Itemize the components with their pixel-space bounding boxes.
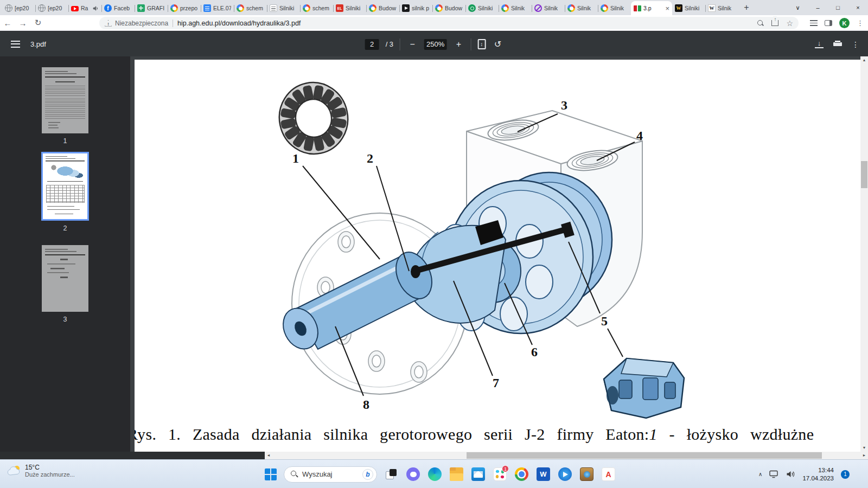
tab-silniki-el[interactable]: EL Silniki [333,1,366,15]
browser-menu-icon[interactable]: ⋮ [857,19,864,27]
thumbnail-page-1[interactable] [42,67,88,133]
taskbar-app-mail[interactable] [471,467,486,481]
taskbar-app-blueapp[interactable] [558,467,572,481]
taskbar-app-explorer[interactable] [449,467,464,481]
tab-silniki-w[interactable]: W Silniki [672,1,705,15]
profile-avatar[interactable]: K [839,18,850,28]
tab-ele07[interactable]: ELE.07 [201,1,234,15]
cloudy-weather-icon [7,464,22,477]
vertical-scrollbar[interactable]: ▲ ▼ [860,56,868,452]
thumbnail-page-number: 1 [63,137,67,145]
new-tab-button[interactable]: + [739,1,754,15]
fit-to-page-icon[interactable]: ↕ [477,39,486,49]
thumbnail-page-3[interactable] [42,245,88,312]
start-button[interactable] [265,468,277,480]
redsq-favicon: EL [336,4,343,12]
maximize-button[interactable]: □ [828,0,848,15]
reload-icon[interactable]: ↻ [30,18,46,28]
tab-silnik-o[interactable]: Silnik [532,1,565,15]
tab-radio[interactable]: Ra [68,1,101,15]
tab-title: GRAFI [147,5,165,11]
part-label-7: 7 [493,376,499,390]
minimize-button[interactable]: – [808,0,828,15]
pdf-more-menu-icon[interactable]: ⋮ [852,40,859,49]
weather-widget[interactable]: 15°C Duże zachmurze... [7,464,75,478]
sheets-favicon [137,4,145,12]
purplec-favicon [534,4,542,12]
print-icon[interactable] [833,41,842,48]
pdf-menu-icon[interactable] [11,41,20,48]
tab-grafi[interactable]: GRAFI [135,1,168,15]
taskbar-search[interactable]: Wyszukaj b [284,466,377,483]
tab-schem-2[interactable]: schem [300,1,333,15]
forward-icon[interactable]: → [15,18,30,28]
back-icon[interactable]: ← [0,18,15,28]
google-favicon [567,4,575,12]
tab-silniki-list[interactable]: Silniki [267,1,300,15]
taskbar-app-chrome[interactable] [514,467,529,481]
close-button[interactable]: × [848,0,868,15]
scroll-up-arrow[interactable]: ▲ [860,56,868,64]
share-icon[interactable] [771,20,778,26]
not-secure-warning-icon: ! [105,20,112,27]
google-favicon [237,4,244,12]
horizontal-scrollbar[interactable]: ◄ ► [265,452,868,459]
tab-silnik-wiki[interactable]: W Silnik [705,1,738,15]
tab-title: Silnik [511,5,529,11]
network-icon[interactable] [769,470,779,478]
page-number-input[interactable]: 2 [365,39,379,50]
tab-title: Silniki [685,5,703,11]
zoom-in-button[interactable]: + [453,40,464,49]
taskbar-app-word[interactable]: W [536,467,551,481]
taskbar-app-edge[interactable] [427,467,442,481]
zoom-out-button[interactable]: − [407,40,418,49]
thumbnail-sidebar: 1 2 3 [0,56,130,452]
vertical-scrollbar-thumb[interactable] [861,161,867,188]
tab-silnik-video[interactable]: silnik p [399,1,432,15]
tab-silnik-g3[interactable]: Silnik [598,1,631,15]
thumbnail-page-2[interactable] [41,152,89,221]
tab-search-chevron-icon[interactable]: ∨ [788,0,808,15]
taskbar-app-chat[interactable] [406,467,420,481]
scroll-left-arrow[interactable]: ◄ [265,452,272,459]
google-favicon [501,4,509,12]
taskbar-app-game[interactable] [579,467,594,481]
page-zoom-icon[interactable] [757,20,764,27]
tab-przepo[interactable]: przepo [168,1,201,15]
download-icon[interactable]: ↓ [815,41,824,48]
side-panel-icon[interactable] [825,20,832,26]
volume-icon[interactable] [786,470,795,478]
bookmark-star-icon[interactable]: ☆ [786,20,793,27]
horizontal-scrollbar-thumb[interactable] [467,452,822,459]
tab-silniki-green[interactable]: Silniki [465,1,499,15]
tab-ep20-2[interactable]: [ep20 [35,1,68,15]
rotate-icon[interactable]: ↺ [492,39,503,49]
taskbar-clock[interactable]: 13:44 17.04.2023 [802,466,834,483]
url-field[interactable]: ! Niezabezpieczona hip.agh.edu.pl/downlo… [99,17,799,29]
tab-facebook[interactable]: f Faceb [101,1,135,15]
tab-audio-icon[interactable] [93,5,99,11]
tab-silnik-g2[interactable]: Silnik [565,1,598,15]
url-text: hip.agh.edu.pl/download/hydraulika/3.pdf [177,20,753,27]
tab-3pdf[interactable]: 3.p × [631,1,672,15]
tab-close-icon[interactable]: × [665,5,669,12]
tab-schem-1[interactable]: schem [234,1,267,15]
taskbar-app-slack[interactable]: 1 [493,467,507,481]
notification-badge[interactable]: 1 [841,470,850,479]
tab-budow-2[interactable]: Budow [432,1,465,15]
scroll-right-arrow[interactable]: ► [860,452,868,459]
tab-ep20-1[interactable]: [ep20 [2,1,35,15]
reading-list-icon[interactable] [810,20,818,26]
part-label-1: 1 [292,151,299,165]
scroll-down-arrow[interactable]: ▼ [860,444,868,452]
tab-silnik-g1[interactable]: Silnik [499,1,532,15]
tab-budow-1[interactable]: Budow [366,1,399,15]
youtube-favicon [71,6,79,11]
tab-title: [ep20 [15,5,33,11]
tray-chevron-icon[interactable]: ∧ [758,471,762,477]
clock-date: 17.04.2023 [802,474,834,483]
thumbnail-page-number: 3 [63,316,67,323]
taskbar-app-acrobat[interactable]: A [601,467,616,481]
app-badge: 1 [502,465,509,472]
taskbar-app-taskview[interactable] [384,467,399,481]
